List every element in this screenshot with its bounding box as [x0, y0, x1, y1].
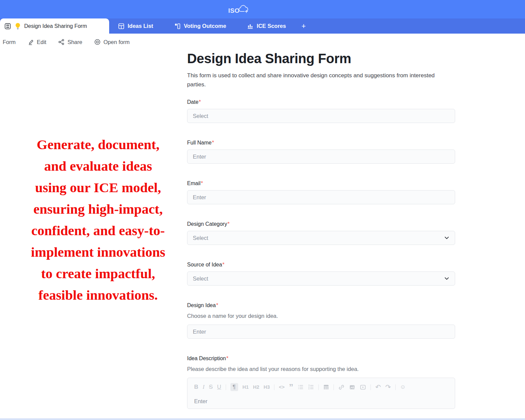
kanban-icon	[174, 23, 181, 30]
input-placeholder: Enter	[193, 329, 206, 335]
bulleted-list-icon[interactable]	[298, 384, 304, 390]
tab-label: Design Idea Sharing Form	[24, 23, 87, 29]
required-asterisk: *	[216, 302, 218, 308]
field-email: Email* Enter	[187, 180, 455, 204]
code-icon[interactable]: <>	[279, 383, 285, 391]
top-app-bar: ISO	[0, 0, 525, 18]
annotation-line: feasible innovations.	[9, 284, 187, 306]
share-button[interactable]: Share	[58, 39, 82, 45]
tab-label: Ideas List	[128, 23, 153, 29]
quote-icon[interactable]: ”	[289, 384, 293, 390]
table-icon[interactable]	[323, 384, 329, 390]
emoji-icon[interactable]: ☺	[400, 383, 406, 391]
field-date: Date* Select	[187, 99, 455, 123]
toolbar-divider	[318, 384, 319, 390]
required-asterisk: *	[212, 140, 214, 145]
video-icon[interactable]	[360, 384, 366, 390]
field-label: Source of Idea*	[187, 262, 455, 268]
annotation-line: to create impactful,	[9, 263, 187, 284]
annotation-line: confident, and easy-to-	[9, 220, 187, 241]
heading2-icon[interactable]: H2	[253, 383, 259, 391]
date-input[interactable]: Select	[187, 109, 455, 123]
field-design-idea: Design Idea* Choose a name for your desi…	[187, 302, 455, 339]
field-source-of-idea: Source of Idea* Select	[187, 262, 455, 286]
required-asterisk: *	[222, 262, 224, 267]
toolbar-divider	[226, 384, 226, 390]
select-placeholder: Select	[193, 235, 208, 241]
field-label: Email*	[187, 180, 455, 186]
required-asterisk: *	[199, 99, 201, 105]
form-description: This form is used to collect and share i…	[187, 71, 453, 89]
design-idea-input[interactable]: Enter	[187, 325, 455, 339]
cloud-plus-icon	[240, 5, 249, 14]
select-placeholder: Select	[193, 276, 208, 282]
share-icon	[58, 39, 65, 45]
form-preview-panel: Design Idea Sharing Form This form is us…	[187, 50, 455, 420]
field-label: Full Name*	[187, 140, 455, 146]
tab-design-idea-sharing-form[interactable]: Design Idea Sharing Form	[0, 18, 109, 34]
field-label: Idea Description*	[187, 355, 455, 362]
tab-ideas-list[interactable]: Ideas List	[111, 18, 161, 34]
toolbar-divider	[334, 384, 334, 390]
underline-icon[interactable]: U	[217, 383, 221, 391]
red-annotation-text: Generate, document, and evaluate ideas u…	[9, 134, 187, 306]
annotation-line: using our ICE model,	[9, 177, 187, 198]
field-label: Design Idea*	[187, 302, 455, 308]
open-form-target-icon	[94, 39, 101, 45]
viewport-bottom-edge	[0, 418, 525, 420]
toolbar-divider	[274, 384, 274, 390]
annotation-line: implement innovations	[9, 241, 187, 263]
input-placeholder: Enter	[193, 194, 206, 201]
edit-button[interactable]: Edit	[28, 39, 46, 45]
field-design-category: Design Category* Select	[187, 221, 455, 245]
chevron-down-icon	[444, 235, 449, 241]
heading3-icon[interactable]: H3	[264, 383, 270, 391]
table-icon	[118, 23, 125, 30]
form-title: Design Idea Sharing Form	[187, 50, 455, 67]
heading1-icon[interactable]: H1	[243, 383, 249, 391]
field-label: Design Category*	[187, 221, 455, 227]
open-form-button[interactable]: Open form	[94, 39, 130, 45]
required-asterisk: *	[227, 221, 229, 227]
share-label: Share	[68, 39, 82, 45]
view-toolbar: Form Edit Share Open form	[0, 34, 525, 50]
edit-label: Edit	[37, 39, 46, 45]
annotation-line: ensuring high-impact,	[9, 198, 187, 220]
annotation-line: and evaluate ideas	[9, 155, 187, 177]
numbered-list-icon[interactable]	[308, 384, 314, 390]
input-placeholder: Enter	[193, 154, 206, 160]
redo-icon[interactable]: ↷	[385, 383, 391, 391]
undo-icon[interactable]: ↶	[375, 383, 381, 391]
bold-icon[interactable]: B	[194, 383, 198, 391]
field-idea-description: Idea Description* Please describe the id…	[187, 355, 455, 409]
edit-pencil-icon	[28, 39, 34, 45]
idea-description-richtext-editor[interactable]: B I S U ¶ H1 H2 H3 <> ”	[187, 378, 455, 409]
field-helper-text: Choose a name for your design idea.	[187, 313, 455, 319]
view-mode-label[interactable]: Form	[3, 39, 16, 45]
toolbar-divider	[395, 384, 396, 390]
field-full-name: Full Name* Enter	[187, 140, 455, 164]
tab-ice-scores[interactable]: ICE Scores	[239, 18, 293, 34]
annotation-line: Generate, document,	[9, 134, 187, 155]
field-label: Date*	[187, 99, 455, 105]
link-icon[interactable]	[338, 384, 345, 390]
table-tabs-bar: Design Idea Sharing Form Ideas List Voti…	[0, 18, 525, 34]
richtext-toolbar: B I S U ¶ H1 H2 H3 <> ”	[194, 383, 448, 391]
image-icon[interactable]	[349, 384, 355, 390]
lightbulb-icon	[15, 23, 21, 30]
design-category-select[interactable]: Select	[187, 231, 455, 245]
bar-chart-icon	[247, 23, 254, 30]
strikethrough-icon[interactable]: S	[209, 383, 213, 391]
form-view-icon	[4, 23, 11, 30]
input-placeholder: Select	[193, 113, 208, 119]
required-asterisk: *	[201, 180, 203, 186]
add-table-button[interactable]: +	[298, 18, 309, 34]
italic-icon[interactable]: I	[203, 383, 205, 391]
open-form-label: Open form	[103, 39, 130, 45]
tab-voting-outcome[interactable]: Voting Outcome	[167, 18, 233, 34]
email-input[interactable]: Enter	[187, 190, 455, 204]
full-name-input[interactable]: Enter	[187, 150, 455, 164]
source-of-idea-select[interactable]: Select	[187, 271, 455, 286]
paragraph-icon[interactable]: ¶	[230, 383, 238, 391]
richtext-placeholder: Enter	[194, 398, 448, 405]
